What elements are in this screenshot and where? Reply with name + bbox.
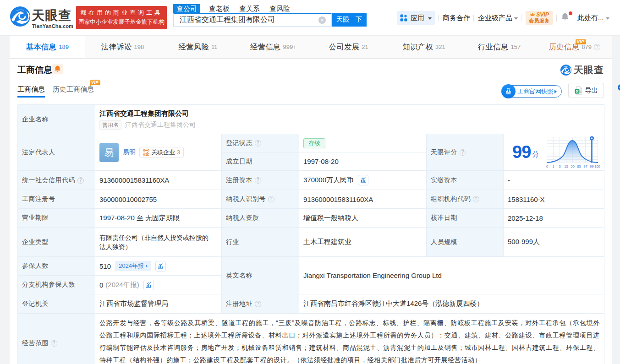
org-code-label: 组织机构代码? [427,190,504,209]
business-term-label: 营业期限 [18,209,95,228]
divider [473,15,474,22]
svg-text:100: 100 [595,164,601,168]
nav-tab-count: 198 [134,43,144,50]
vip-badge: VIP [90,80,100,85]
business-info-table: 企业名称 江西省交通工程集团有限公司 曾用名 江西省交通工程集团公司 法定代表人… [17,104,604,364]
divider [521,15,521,22]
tab-business-risk[interactable]: 经营风险11 [160,36,236,58]
tab-basic-info[interactable]: 基本信息189 [10,36,85,58]
nav-tab-label: 历史信息 [549,42,580,52]
taxpayer-quality-label: 纳税人资质 [222,209,299,228]
org-code-value: 15831160-X [504,190,604,209]
help-icon[interactable]: ? [460,149,466,156]
tab-industry-info[interactable]: 行业信息157 [461,36,537,58]
official-snapshot-button[interactable]: 工商官网快照 [502,85,562,98]
annual-report-badge[interactable]: 2024年报 [115,261,151,271]
company-type-text: 有限责任公司（非自然人投资或控股的法人独资） [99,233,212,251]
apps-menu[interactable]: 应用 [397,11,435,25]
legal-rep-name[interactable]: 易明 [123,148,136,157]
legal-rep-label: 法定代表人 [18,134,95,171]
legal-rep-avatar[interactable]: 易 [99,143,119,162]
search-button[interactable]: 天眼一下 [332,13,367,27]
branch-chart-icon[interactable] [143,280,154,290]
help-icon[interactable]: ? [255,301,261,307]
approval-date-label: 核准日期 [427,209,504,228]
search-input[interactable] [174,14,331,26]
menu-cooperation[interactable]: 商务合作 [443,14,470,22]
help-icon[interactable]: ? [77,177,84,184]
search-tabs: 查公司 查老板 查关系 查风险 [173,4,367,13]
nav-tab-label: 经营风险 [178,42,209,52]
subtabs: 工商信息 历史工商信息 VIP [17,85,102,98]
floating-side-widget[interactable] [618,84,620,91]
related-companies-badge[interactable]: 企 关联企业 3 [139,147,184,158]
svg-text:15: 15 [565,164,568,168]
svip-member-button[interactable]: SVIP 会员服务 [526,11,553,25]
business-scope-value: 公路开发与经营，各等级公路及其桥梁、隧道工程的施工，“三废”及噪音防治工程，公路… [95,314,604,364]
credit-code-value: 9136000015831160XA [95,171,222,190]
capital-chart-icon[interactable] [358,175,368,185]
address-value: 江西省南昌市红谷滩区赣江中大道1426号（泓德新厦四楼） [299,294,604,314]
former-name-tag: 曾用名 [99,120,121,130]
svg-text:1: 1 [553,164,554,168]
help-icon[interactable]: ? [473,196,479,202]
help-icon[interactable]: ? [255,140,261,147]
search-tab-relation[interactable]: 查关系 [236,4,263,13]
reg-capital-value: 370000万人民币 [303,176,354,185]
approval-date-value: 2025-12-18 [504,209,604,228]
tianyancha-logo[interactable]: 天眼查 TianYanCha.com [10,6,74,30]
score-label: 天眼评分? [427,134,504,171]
stamp-icon [505,87,512,95]
address-label: 注册地址? [222,294,299,314]
export-button[interactable]: 导出 [568,83,604,98]
former-name: 江西省交通工程集团公司 [125,121,196,129]
industry-label: 行业 [222,228,299,257]
nav-tab-label: 经营信息 [250,42,281,52]
company-name[interactable]: 江西省交通工程集团有限公司 [99,109,189,118]
search-tab-risk[interactable]: 查风险 [267,4,293,13]
arrow-right-icon [146,265,148,267]
subtab-business-info[interactable]: 工商信息 [17,85,45,98]
help-icon[interactable]: ? [594,44,600,50]
tianyancha-eye-icon [10,6,30,27]
bell-icon [561,12,569,22]
subscribe-bell-button[interactable] [52,64,63,74]
score-cell[interactable]: 99 分 013 [504,134,604,171]
help-icon[interactable]: ? [268,196,274,202]
reg-capital-label: 注册资本? [222,171,299,190]
clear-search-icon[interactable]: ✕ [318,16,326,24]
tab-business-info[interactable]: 经营信息999+ [236,36,311,58]
reg-number-label: 工商注册号 [18,190,95,209]
menu-enterprise[interactable]: 企业级产品 [478,14,518,22]
help-icon[interactable]: ? [255,177,261,184]
branch-annual-report: (2024年报) [105,281,139,289]
help-icon[interactable]: ? [51,340,57,347]
tab-legal-litigation[interactable]: 法律诉讼198 [85,36,160,58]
est-date-value: 1997-08-20 [299,152,427,171]
search-tab-boss[interactable]: 查老板 [206,4,232,13]
tab-history-info[interactable]: VIP 历史信息879 ? [537,36,612,58]
stamp-circle [501,84,516,98]
divider [438,15,439,22]
search-tab-company[interactable]: 查公司 [173,4,200,13]
top-header: 天眼查 TianYanCha.com 都在用的商业查询工具 国家中小企业发展子基… [0,0,620,36]
company-name-label: 企业名称 [18,105,95,134]
notification-bell[interactable] [561,12,571,23]
legal-rep-cell: 易 易明 企 关联企业 3 [95,134,222,171]
paid-capital-label: 实缴资本 [427,171,504,190]
main-nav-tabs: 基本信息189 法律诉讼198 经营风险11 经营信息999+ 公司发展21 知… [10,36,612,59]
tab-company-development[interactable]: 公司发展21 [311,36,386,58]
taxpayer-quality-value: 增值税一般纳税人 [299,209,427,228]
nav-tab-label: 知识产权 [402,42,433,52]
subtab-history-business-info[interactable]: 历史工商信息 VIP [53,85,94,98]
business-scope-label-text: 经营范围 [22,339,49,348]
reg-capital-cell: 370000万人民币 [299,171,427,190]
section-title: 工商信息 [17,64,52,76]
nav-tab-count: 157 [510,43,521,50]
search-block: 查公司 查老板 查关系 查风险 ✕ 天眼一下 [173,4,367,27]
insured-chart-icon[interactable] [155,261,166,272]
more-label: 此处有... [577,14,604,22]
nav-tab-count: 189 [59,43,69,50]
business-scope-text: 公路开发与经营，各等级公路及其桥梁、隧道工程的施工，“三废”及噪音防治工程，公路… [99,317,600,364]
tab-intellectual-property[interactable]: 知识产权321 [386,36,461,58]
